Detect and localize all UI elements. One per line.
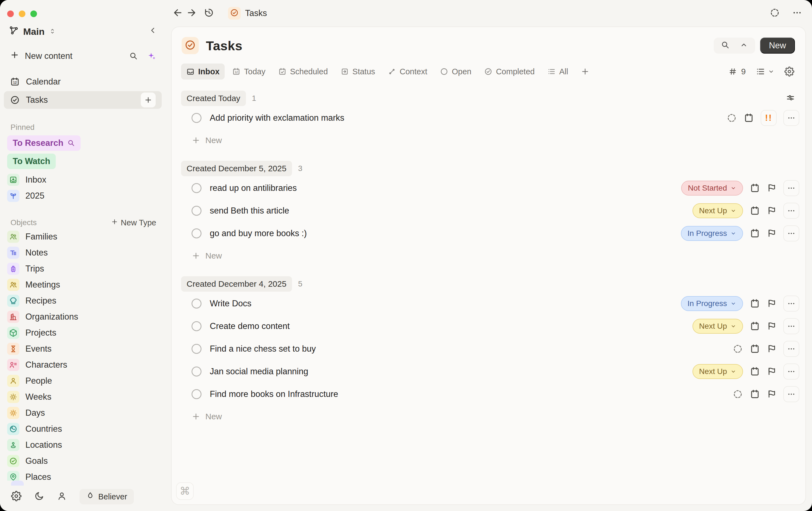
status-badge[interactable]: In Progress <box>681 226 743 241</box>
task-checkbox[interactable] <box>192 206 201 216</box>
status-badge[interactable]: In Progress <box>681 296 743 311</box>
pinned-tag-to-watch[interactable]: To Watch <box>7 154 56 169</box>
sidebar-item-characters[interactable]: Characters <box>0 357 166 373</box>
workspace-switcher[interactable]: Main <box>0 17 166 37</box>
search-collapse-pill[interactable] <box>714 37 755 54</box>
section-title-pill[interactable]: Created Today <box>181 90 246 106</box>
task-title[interactable]: Create demo content <box>210 321 290 331</box>
sparkles-icon[interactable] <box>147 51 156 61</box>
sidebar-item-trips[interactable]: Trips <box>0 261 166 277</box>
tab-status[interactable]: Status <box>335 63 380 80</box>
minimize-window-button[interactable] <box>19 10 25 17</box>
sidebar-item-projects[interactable]: Projects <box>0 325 166 341</box>
tab-completed[interactable]: Completed <box>479 63 540 80</box>
task-checkbox[interactable] <box>192 183 201 193</box>
flag-icon[interactable] <box>767 344 777 354</box>
tab-scheduled[interactable]: Scheduled <box>273 63 333 80</box>
gear-icon[interactable] <box>784 66 794 77</box>
calendar-icon[interactable] <box>750 298 760 309</box>
section-title-pill[interactable]: Created December 4, 2025 <box>181 276 292 292</box>
calendar-icon[interactable] <box>750 228 760 239</box>
sidebar-item-tasks[interactable]: Tasks <box>4 91 162 109</box>
calendar-icon[interactable] <box>750 321 760 331</box>
more-button[interactable] <box>783 364 799 379</box>
arrow-left-icon[interactable] <box>172 7 183 18</box>
sidebar-item-countries[interactable]: Countries <box>0 421 166 437</box>
status-badge[interactable]: Next Up <box>693 203 743 218</box>
dashed-circle-icon[interactable] <box>770 7 780 18</box>
flag-icon[interactable] <box>767 183 777 193</box>
history-icon[interactable] <box>204 7 214 18</box>
pinned-item-inbox[interactable]: Inbox <box>0 172 166 188</box>
sidebar-item-calendar[interactable]: 12Calendar <box>4 73 162 90</box>
status-badge[interactable]: Next Up <box>693 319 743 334</box>
close-window-button[interactable] <box>7 10 14 17</box>
status-badge[interactable]: Next Up <box>693 364 743 379</box>
flag-icon[interactable] <box>767 206 777 216</box>
dashed-circle-icon[interactable] <box>732 389 743 399</box>
add-view-tab-button[interactable] <box>576 63 595 80</box>
plan-badge[interactable]: Believer <box>80 489 134 504</box>
tab-open[interactable]: Open <box>435 63 477 80</box>
section-title-pill[interactable]: Created December 5, 2025 <box>181 161 292 176</box>
tab-today[interactable]: 12Today <box>227 63 270 80</box>
pinned-item-2025[interactable]: 2025 <box>0 188 166 204</box>
filter-settings-icon[interactable] <box>785 93 795 104</box>
arrow-right-icon[interactable] <box>186 7 197 18</box>
user-icon[interactable] <box>57 491 67 501</box>
select-updown-icon[interactable] <box>49 28 56 35</box>
sidebar-item-places[interactable]: Places <box>0 469 166 481</box>
chevron-left-icon[interactable] <box>148 26 157 35</box>
search-icon[interactable] <box>129 52 138 60</box>
task-checkbox[interactable] <box>192 113 201 123</box>
new-content-row[interactable]: New content <box>0 37 166 62</box>
add-task-row[interactable]: New <box>181 245 802 267</box>
tab-inbox[interactable]: Inbox <box>181 63 225 80</box>
command-shortcut-button[interactable]: ⌘ <box>176 482 194 500</box>
more-button[interactable] <box>783 386 799 402</box>
new-type-button[interactable]: New Type <box>111 218 156 227</box>
pinned-tag-to-research[interactable]: To Research <box>7 135 81 151</box>
sidebar-item-events[interactable]: Events <box>0 341 166 357</box>
zoom-window-button[interactable] <box>30 10 37 17</box>
sidebar-item-notes[interactable]: Notes <box>0 245 166 261</box>
flag-icon[interactable] <box>767 299 777 308</box>
task-checkbox[interactable] <box>192 321 201 331</box>
calendar-icon[interactable] <box>750 344 760 354</box>
view-type-dropdown[interactable] <box>756 67 775 76</box>
flag-icon[interactable] <box>767 321 777 331</box>
sidebar-item-goals[interactable]: Goals <box>0 453 166 469</box>
more-button[interactable] <box>783 180 799 196</box>
task-title[interactable]: Find more books on Infrastructure <box>210 389 338 399</box>
task-title[interactable]: Add priority with exclamation marks <box>210 113 344 123</box>
open-tab[interactable]: Tasks <box>228 7 267 20</box>
sidebar-item-recipes[interactable]: Recipes <box>0 293 166 309</box>
sidebar-item-partial[interactable] <box>11 481 24 486</box>
more-button[interactable] <box>783 296 799 312</box>
priority-button[interactable]: !! <box>761 110 777 126</box>
task-checkbox[interactable] <box>192 367 201 376</box>
sidebar-item-families[interactable]: Families <box>0 229 166 245</box>
add-task-row[interactable]: New <box>181 129 802 151</box>
task-checkbox[interactable] <box>192 344 201 354</box>
tab-context[interactable]: Context <box>382 63 433 80</box>
moon-icon[interactable] <box>34 491 44 501</box>
more-button[interactable] <box>783 341 799 357</box>
task-checkbox[interactable] <box>192 299 201 308</box>
ellipsis-icon[interactable] <box>792 8 802 18</box>
tab-all[interactable]: All <box>542 63 573 80</box>
sidebar-item-days[interactable]: Days <box>0 405 166 421</box>
flag-icon[interactable] <box>767 228 777 238</box>
calendar-icon[interactable] <box>750 183 760 193</box>
status-badge[interactable]: Not Started <box>681 181 743 195</box>
task-title[interactable]: Find a nice chess set to buy <box>210 344 316 354</box>
flag-icon[interactable] <box>767 389 777 399</box>
add-task-quick-button[interactable] <box>141 92 156 107</box>
task-title[interactable]: read up on antilibraries <box>210 183 297 193</box>
calendar-icon[interactable] <box>750 206 760 216</box>
flag-icon[interactable] <box>767 367 777 376</box>
sidebar-item-organizations[interactable]: Organizations <box>0 309 166 325</box>
gear-icon[interactable] <box>11 491 22 501</box>
more-button[interactable] <box>783 318 799 334</box>
sidebar-item-weeks[interactable]: Weeks <box>0 389 166 405</box>
